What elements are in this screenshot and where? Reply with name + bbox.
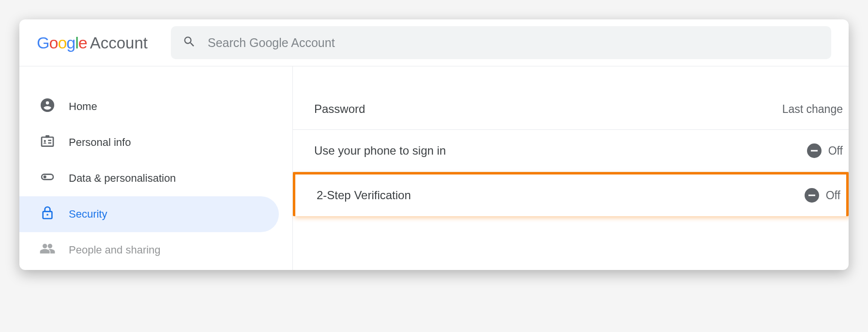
svg-rect-5 bbox=[42, 174, 53, 180]
sidebar-item-label: People and sharing bbox=[69, 244, 161, 256]
search-icon bbox=[183, 35, 196, 50]
svg-point-2 bbox=[44, 140, 46, 142]
row-label: Password bbox=[314, 102, 365, 116]
lock-icon bbox=[40, 205, 55, 223]
minus-circle-icon bbox=[807, 143, 822, 158]
account-text: Account bbox=[90, 34, 148, 52]
content: Password Last change Use your phone to s… bbox=[293, 66, 849, 270]
body: Home Personal info Data & personalisatio… bbox=[19, 66, 849, 270]
account-circle-icon bbox=[40, 97, 55, 116]
row-2-step-verification[interactable]: 2-Step Verification Off bbox=[293, 172, 849, 216]
svg-rect-1 bbox=[46, 135, 49, 138]
row-value: Last change bbox=[782, 103, 843, 116]
status-off: Off bbox=[805, 188, 840, 203]
sidebar-item-personal-info[interactable]: Personal info bbox=[19, 125, 279, 160]
header: Google Account bbox=[19, 19, 849, 66]
logo[interactable]: Google Account bbox=[37, 33, 148, 52]
row-label: 2-Step Verification bbox=[317, 189, 411, 202]
search-bar[interactable] bbox=[171, 26, 831, 59]
search-input[interactable] bbox=[208, 36, 820, 50]
status-off: Off bbox=[807, 143, 843, 158]
google-logo-text: Google bbox=[37, 33, 87, 52]
minus-circle-icon bbox=[805, 188, 819, 203]
people-icon bbox=[40, 241, 55, 259]
row-phone-sign-in[interactable]: Use your phone to sign in Off bbox=[293, 130, 849, 172]
sidebar-item-data-personalisation[interactable]: Data & personalisation bbox=[19, 160, 279, 196]
id-card-icon bbox=[40, 133, 55, 152]
status-text: Off bbox=[826, 189, 840, 202]
svg-point-6 bbox=[44, 175, 46, 178]
sidebar-item-people-sharing[interactable]: People and sharing bbox=[19, 232, 279, 268]
sidebar-item-home[interactable]: Home bbox=[19, 89, 279, 125]
toggle-icon bbox=[40, 169, 55, 188]
sidebar-item-security[interactable]: Security bbox=[19, 196, 279, 232]
sidebar: Home Personal info Data & personalisatio… bbox=[19, 66, 293, 270]
row-password[interactable]: Password Last change bbox=[293, 89, 849, 130]
status-text: Off bbox=[828, 144, 843, 158]
svg-point-8 bbox=[46, 214, 48, 216]
svg-rect-0 bbox=[42, 137, 53, 146]
row-label: Use your phone to sign in bbox=[314, 144, 446, 158]
sidebar-item-label: Home bbox=[69, 100, 97, 113]
app-window: Google Account Home Personal info bbox=[19, 19, 849, 270]
sidebar-item-label: Data & personalisation bbox=[69, 172, 176, 185]
sidebar-item-label: Personal info bbox=[69, 136, 131, 149]
sidebar-item-label: Security bbox=[69, 208, 107, 221]
